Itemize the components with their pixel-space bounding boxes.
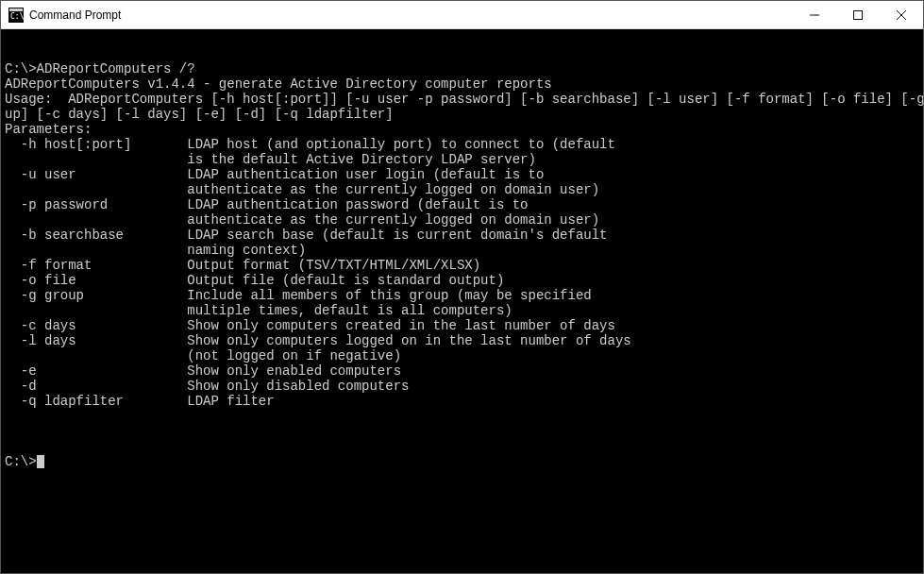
terminal-area[interactable]: C:\>ADReportComputers /?ADReportComputer… — [1, 29, 923, 573]
terminal-line: -q ldapfilter LDAP filter — [5, 394, 919, 409]
terminal-line: Usage: ADReportComputers [-h host[:port]… — [5, 92, 919, 107]
cursor — [37, 455, 44, 468]
terminal-line: -f format Output format (TSV/TXT/HTML/XM… — [5, 258, 919, 273]
terminal-line: -o file Output file (default is standard… — [5, 273, 919, 288]
svg-text:C:\: C:\ — [10, 12, 24, 21]
titlebar: C:\ Command Prompt — [1, 1, 923, 29]
svg-rect-1 — [9, 8, 23, 11]
window-title: Command Prompt — [29, 8, 121, 22]
terminal-line: -u user LDAP authentication user login (… — [5, 167, 919, 182]
terminal-line: (not logged on if negative) — [5, 348, 919, 363]
terminal-output: C:\>ADReportComputers /?ADReportComputer… — [5, 61, 919, 424]
terminal-line: is the default Active Directory LDAP ser… — [5, 152, 919, 167]
close-button[interactable] — [880, 1, 923, 28]
terminal-line: -c days Show only computers created in t… — [5, 318, 919, 333]
terminal-line: -l days Show only computers logged on in… — [5, 333, 919, 348]
terminal-line — [5, 409, 919, 424]
terminal-line: authenticate as the currently logged on … — [5, 182, 919, 197]
terminal-line: C:\>ADReportComputers /? — [5, 61, 919, 76]
maximize-button[interactable] — [836, 1, 880, 28]
terminal-line: ADReportComputers v1.4.4 - generate Acti… — [5, 76, 919, 92]
command-prompt-icon: C:\ — [8, 8, 24, 23]
terminal-line: -p password LDAP authentication password… — [5, 197, 919, 212]
terminal-line: -h host[:port] LDAP host (and optionally… — [5, 137, 919, 152]
svg-rect-4 — [854, 10, 863, 19]
terminal-line: -e Show only enabled computers — [5, 363, 919, 379]
minimize-button[interactable] — [793, 1, 836, 28]
command-prompt-window: C:\ Command Prompt C:\>ADReportComputers… — [0, 0, 924, 574]
titlebar-left: C:\ Command Prompt — [8, 8, 121, 23]
terminal-line: -g group Include all members of this gro… — [5, 288, 919, 303]
terminal-line: -d Show only disabled computers — [5, 379, 919, 394]
terminal-line: authenticate as the currently logged on … — [5, 212, 919, 228]
terminal-line: multiple times, default is all computers… — [5, 303, 919, 318]
prompt-text: C:\> — [5, 454, 37, 469]
terminal-line: naming context) — [5, 243, 919, 258]
terminal-prompt-line: C:\> — [5, 454, 919, 469]
terminal-line: -b searchbase LDAP search base (default … — [5, 228, 919, 243]
window-controls — [793, 1, 923, 28]
terminal-line: Parameters: — [5, 122, 919, 137]
terminal-line: up] [-c days] [-l days] [-e] [-d] [-q ld… — [5, 107, 919, 122]
